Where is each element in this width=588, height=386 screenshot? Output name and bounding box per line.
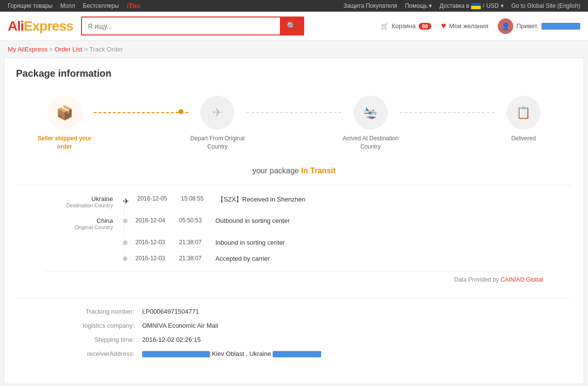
connector1-line <box>94 112 188 113</box>
currency-chevron-icon: ▾ <box>501 2 504 9</box>
connector1-indicator <box>179 109 183 114</box>
step3-label: Arrived At Destination Country <box>342 134 400 151</box>
wishlist-button[interactable]: ♥ Мои желания <box>441 21 489 31</box>
status-prefix: your package <box>252 167 299 175</box>
event2-date: 2016-12-04 <box>135 217 179 224</box>
breadcrumb-order-list[interactable]: Order List <box>54 46 82 53</box>
event4-dot <box>123 256 128 261</box>
chevron-down-icon: ▾ <box>429 2 432 9</box>
event4-description: Accepted by carrier <box>215 255 543 262</box>
buyer-protection[interactable]: Защита Покупателя <box>343 2 397 9</box>
logistics-label: logistics company: <box>45 322 142 329</box>
address-blurred-part2 <box>273 351 321 357</box>
connector2 <box>246 112 341 113</box>
avatar: 👤 <box>498 18 513 34</box>
itao-logo: iTao <box>127 2 140 10</box>
connector1 <box>94 112 188 113</box>
address-blurred-part1 <box>142 351 210 357</box>
step2-circle: ✈ <box>200 96 234 130</box>
event3-time: 21:38:07 <box>179 239 215 246</box>
table-row: China Original Country 2016-12-04 05:50:… <box>45 217 543 230</box>
user-area[interactable]: 👤 Привет, <box>498 18 580 34</box>
shipping-time-value: 2016-12-02 02:26:15 <box>142 336 201 343</box>
cart-button[interactable]: 🛒 Корзина 88 <box>381 22 431 30</box>
header-right: 🛒 Корзина 88 ♥ Мои желания 👤 Привет, <box>381 18 580 34</box>
page-title: Package information <box>16 68 572 79</box>
step-depart: ✈ Depart From Original Country <box>188 96 246 151</box>
connector2-line <box>246 112 341 113</box>
tracking-number-value: LP00064971504771 <box>142 308 199 315</box>
vertical-line2 <box>124 225 125 237</box>
event2-location: China Original Country <box>45 217 123 230</box>
address-row: receiverAddress: Kiev Oblast , Ukraine <box>45 350 543 357</box>
step-arrived: 🛬 Arrived At Destination Country <box>342 96 400 151</box>
connector3-line <box>400 112 494 113</box>
step2-label: Depart From Original Country <box>188 134 246 151</box>
event2-dot <box>123 218 128 223</box>
username-blurred <box>541 23 580 30</box>
step1-circle: 📦 <box>48 96 82 130</box>
event2-time: 05:50:53 <box>179 217 215 224</box>
vertical-line3 <box>124 247 125 253</box>
search-input[interactable] <box>82 17 280 34</box>
aliexpress-logo: AliExpress <box>8 18 73 34</box>
top-nav-bestsellers[interactable]: Бестселлеры <box>83 2 119 9</box>
package-icon: 📦 <box>56 105 73 121</box>
search-bar: 🔍 <box>81 17 304 35</box>
table-row: Ukraine Destination Country ✈ 2016-12-05… <box>45 195 543 208</box>
main-header: AliExpress 🔍 🛒 Корзина 88 ♥ Мои желания … <box>0 12 588 41</box>
event4-time: 21:38:07 <box>179 255 215 262</box>
plane-icon: ✈ <box>123 197 132 201</box>
package-status: your package In Transit <box>16 161 572 185</box>
breadcrumb: My AliExpress > Order List > Track Order <box>0 41 588 58</box>
top-nav-right: Защита Покупателя Помощь ▾ Доставка в / … <box>343 2 580 9</box>
address-city-region: Kiev Oblast , Ukraine <box>212 350 271 357</box>
event1-description: 【SZX】Received in Shenzhen <box>217 195 543 204</box>
data-provider: Data Provided by CAINIAO Global <box>45 271 543 288</box>
step3-circle: 🛬 <box>354 96 388 130</box>
breadcrumb-my-aliexpress[interactable]: My AliExpress <box>8 46 48 53</box>
address-label: receiverAddress: <box>45 350 142 357</box>
cainiao-link[interactable]: CAINIAO Global <box>501 276 543 283</box>
cart-icon: 🛒 <box>381 22 389 30</box>
top-nav-hot-deals[interactable]: Горящие товары <box>8 2 52 9</box>
top-navigation: Горящие товары Молл Бестселлеры iTao Защ… <box>0 0 588 12</box>
tracking-info-section: Tracking number: LP00064971504771 logist… <box>16 298 572 374</box>
vertical-line1 <box>124 203 125 216</box>
event1-time: 15:08:55 <box>181 195 217 202</box>
tracking-number-label: Tracking number: <box>45 308 142 315</box>
step1-label: Seller shipped your order <box>35 134 94 151</box>
shipping-time-label: Shipping time: <box>45 336 142 343</box>
global-site-link[interactable]: Go to Global Site (English) <box>511 2 580 9</box>
plane-arrive-icon: 🛬 <box>363 106 378 119</box>
tracking-number-row: Tracking number: LP00064971504771 <box>45 308 543 315</box>
top-nav-mall[interactable]: Молл <box>60 2 75 9</box>
logistics-value: OMNIVA Economic Air Mail <box>142 322 218 329</box>
breadcrumb-separator1: > <box>49 46 54 53</box>
help-menu[interactable]: Помощь ▾ <box>405 2 432 9</box>
event3-date: 2016-12-03 <box>135 239 179 246</box>
delivered-icon: 📋 <box>516 106 531 119</box>
delivery-region[interactable]: Доставка в / USD ▾ <box>440 2 504 9</box>
heart-icon: ♥ <box>441 21 446 31</box>
event3-description: Inbound in sorting center <box>215 239 543 246</box>
connector3 <box>400 112 494 113</box>
event4-date: 2016-12-03 <box>135 255 179 262</box>
step-seller-shipped: 📦 Seller shipped your order <box>35 96 94 151</box>
table-row: 2016-12-03 21:38:07 Accepted by carrier <box>45 255 543 262</box>
tracking-steps: 📦 Seller shipped your order ✈ Depart Fro… <box>16 91 572 161</box>
event1-location: Ukraine Destination Country <box>45 195 123 208</box>
logistics-row: logistics company: OMNIVA Economic Air M… <box>45 322 543 329</box>
ukraine-flag-icon <box>471 3 481 9</box>
cart-count-badge: 88 <box>419 23 431 30</box>
step-delivered: 📋 Delivered <box>494 96 553 143</box>
step4-label: Delivered <box>511 134 536 143</box>
step4-circle: 📋 <box>506 96 540 130</box>
search-button[interactable]: 🔍 <box>280 17 303 34</box>
status-value: In Transit <box>301 167 336 175</box>
breadcrumb-separator2: > <box>84 46 89 53</box>
event1-date: 2016-12-05 <box>137 195 181 202</box>
table-row: 2016-12-03 21:38:07 Inbound in sorting c… <box>45 239 543 246</box>
event2-description: Outbound in sorting center <box>215 217 543 224</box>
tracking-events: Ukraine Destination Country ✈ 2016-12-05… <box>16 185 572 298</box>
